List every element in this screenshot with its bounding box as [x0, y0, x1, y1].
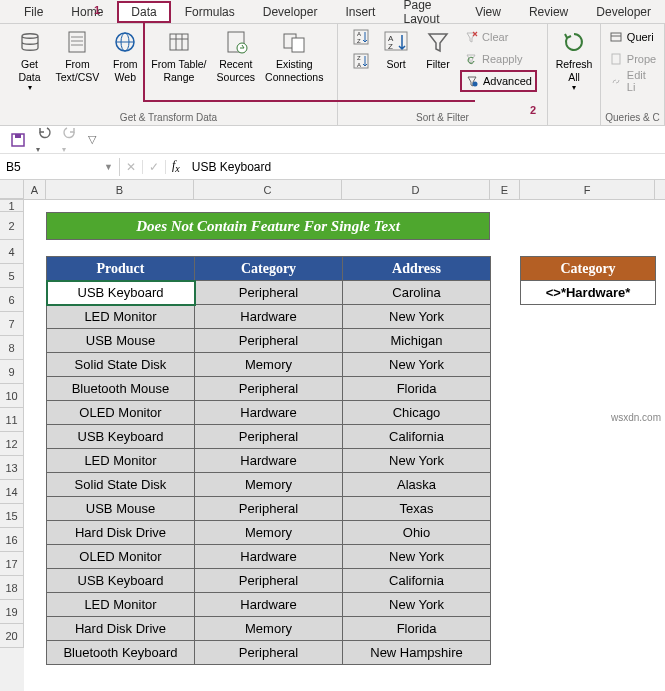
- row-header-15[interactable]: 15: [0, 504, 24, 528]
- col-header-E[interactable]: E: [490, 180, 520, 199]
- table-cell[interactable]: Peripheral: [195, 377, 343, 401]
- tab-insert[interactable]: Insert: [331, 1, 389, 23]
- table-cell[interactable]: Texas: [343, 497, 491, 521]
- sort-btn[interactable]: AZ Sort: [376, 26, 416, 73]
- sort-za-btn[interactable]: ZA: [348, 50, 374, 72]
- advanced-btn[interactable]: Advanced: [460, 70, 537, 92]
- table-cell[interactable]: LED Monitor: [47, 305, 195, 329]
- filter-btn[interactable]: Filter: [418, 26, 458, 73]
- row-header-16[interactable]: 16: [0, 528, 24, 552]
- tab-developer[interactable]: Developer: [249, 1, 332, 23]
- row-header-10[interactable]: 10: [0, 384, 24, 408]
- table-cell[interactable]: New York: [343, 593, 491, 617]
- row-header-14[interactable]: 14: [0, 480, 24, 504]
- row-header-12[interactable]: 12: [0, 432, 24, 456]
- table-cell[interactable]: LED Monitor: [47, 449, 195, 473]
- table-cell[interactable]: Memory: [195, 617, 343, 641]
- table-cell[interactable]: OLED Monitor: [47, 401, 195, 425]
- table-cell[interactable]: Peripheral: [195, 569, 343, 593]
- col-header-B[interactable]: B: [46, 180, 194, 199]
- table-cell[interactable]: USB Mouse: [47, 497, 195, 521]
- table-cell[interactable]: Alaska: [343, 473, 491, 497]
- redo-btn[interactable]: ▾: [62, 124, 78, 155]
- row-header-5[interactable]: 5: [0, 264, 24, 288]
- tab-data[interactable]: Data: [117, 1, 170, 23]
- from-table-range-btn[interactable]: From Table/ Range: [147, 26, 210, 85]
- col-header-A[interactable]: A: [24, 180, 46, 199]
- select-all-corner[interactable]: [0, 180, 24, 199]
- table-cell[interactable]: Peripheral: [195, 425, 343, 449]
- table-cell[interactable]: Solid State Disk: [47, 473, 195, 497]
- table-cell[interactable]: LED Monitor: [47, 593, 195, 617]
- criteria-value[interactable]: <>*Hardware*: [521, 281, 656, 305]
- table-cell[interactable]: Ohio: [343, 521, 491, 545]
- row-header-13[interactable]: 13: [0, 456, 24, 480]
- row-header-11[interactable]: 11: [0, 408, 24, 432]
- table-cell[interactable]: Peripheral: [195, 281, 343, 305]
- table-cell[interactable]: OLED Monitor: [47, 545, 195, 569]
- sort-az-btn[interactable]: AZ: [348, 26, 374, 48]
- row-header-17[interactable]: 17: [0, 552, 24, 576]
- reapply-btn[interactable]: Reapply: [460, 48, 537, 70]
- refresh-all-btn[interactable]: Refresh All ▾: [552, 26, 597, 95]
- table-cell[interactable]: Hard Disk Drive: [47, 617, 195, 641]
- recent-sources-btn[interactable]: Recent Sources: [213, 26, 260, 85]
- table-cell[interactable]: Bluetooth Mouse: [47, 377, 195, 401]
- from-text-csv-btn[interactable]: From Text/CSV: [52, 26, 104, 85]
- table-cell[interactable]: Florida: [343, 377, 491, 401]
- table-cell[interactable]: Florida: [343, 617, 491, 641]
- properties-btn[interactable]: Prope: [605, 48, 660, 70]
- col-header-F[interactable]: F: [520, 180, 655, 199]
- table-cell[interactable]: Memory: [195, 473, 343, 497]
- tab-developer[interactable]: Developer: [582, 1, 665, 23]
- table-cell[interactable]: Hardware: [195, 449, 343, 473]
- col-header-C[interactable]: C: [194, 180, 342, 199]
- table-cell[interactable]: New York: [343, 545, 491, 569]
- table-cell[interactable]: Hard Disk Drive: [47, 521, 195, 545]
- table-cell[interactable]: Solid State Disk: [47, 353, 195, 377]
- table-cell[interactable]: Peripheral: [195, 641, 343, 665]
- table-cell[interactable]: Peripheral: [195, 497, 343, 521]
- tab-formulas[interactable]: Formulas: [171, 1, 249, 23]
- table-cell[interactable]: Memory: [195, 353, 343, 377]
- table-cell[interactable]: California: [343, 569, 491, 593]
- accept-formula-btn[interactable]: ✓: [143, 160, 166, 174]
- table-cell[interactable]: Chicago: [343, 401, 491, 425]
- queries-btn[interactable]: Queri: [605, 26, 660, 48]
- row-header-6[interactable]: 6: [0, 288, 24, 312]
- table-cell[interactable]: Peripheral: [195, 329, 343, 353]
- table-cell[interactable]: USB Mouse: [47, 329, 195, 353]
- tab-file[interactable]: File: [10, 1, 57, 23]
- row-header-4[interactable]: 4: [0, 240, 24, 264]
- table-cell[interactable]: USB Keyboard: [47, 281, 195, 305]
- table-cell[interactable]: Bluetooth Keyboard: [47, 641, 195, 665]
- table-cell[interactable]: New Hampshire: [343, 641, 491, 665]
- table-cell[interactable]: Hardware: [195, 401, 343, 425]
- row-header-19[interactable]: 19: [0, 600, 24, 624]
- table-cell[interactable]: Hardware: [195, 545, 343, 569]
- row-header-1[interactable]: 1: [0, 200, 24, 212]
- tab-view[interactable]: View: [461, 1, 515, 23]
- table-cell[interactable]: Hardware: [195, 305, 343, 329]
- clear-btn[interactable]: Clear: [460, 26, 537, 48]
- table-cell[interactable]: USB Keyboard: [47, 425, 195, 449]
- save-btn[interactable]: [10, 132, 26, 148]
- table-cell[interactable]: Carolina: [343, 281, 491, 305]
- fx-icon[interactable]: fx: [166, 158, 186, 174]
- col-header-D[interactable]: D: [342, 180, 490, 199]
- formula-input[interactable]: USB Keyboard: [186, 158, 665, 176]
- row-header-7[interactable]: 7: [0, 312, 24, 336]
- table-cell[interactable]: New York: [343, 353, 491, 377]
- undo-btn[interactable]: ▾: [36, 124, 52, 155]
- row-header-8[interactable]: 8: [0, 336, 24, 360]
- table-cell[interactable]: New York: [343, 449, 491, 473]
- cancel-formula-btn[interactable]: ✕: [120, 160, 143, 174]
- table-cell[interactable]: Memory: [195, 521, 343, 545]
- edit-links-btn[interactable]: Edit Li: [605, 70, 660, 92]
- row-header-20[interactable]: 20: [0, 624, 24, 648]
- table-cell[interactable]: Hardware: [195, 593, 343, 617]
- existing-connections-btn[interactable]: Existing Connections: [261, 26, 327, 85]
- cells-area[interactable]: Does Not Contain Feature For Single Text…: [24, 200, 665, 691]
- name-box[interactable]: B5 ▼: [0, 158, 120, 176]
- tab-review[interactable]: Review: [515, 1, 582, 23]
